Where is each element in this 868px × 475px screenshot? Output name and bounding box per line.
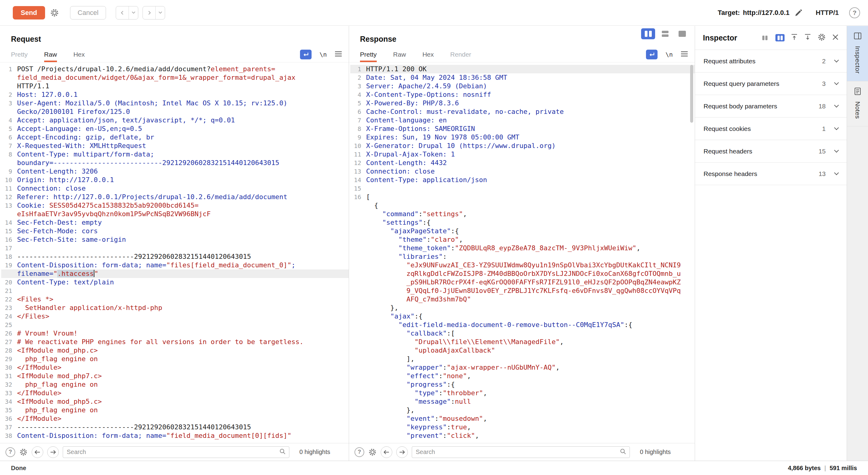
code-line[interactable]: "uploadAjaxCallback": [350, 346, 695, 355]
collapse-all-icon[interactable]: [790, 33, 798, 42]
back-icon[interactable]: [116, 6, 129, 19]
code-line[interactable]: 12Referer: http://127.0.0.1/Projects/dru…: [1, 193, 349, 201]
code-line[interactable]: "libraries":: [350, 252, 695, 261]
code-line[interactable]: 11Connection: close: [1, 184, 349, 193]
code-line[interactable]: 19Content-Disposition: form-data; name="…: [1, 261, 349, 270]
expand-all-icon[interactable]: [804, 33, 811, 42]
code-line[interactable]: 5Accept-Language: en-US,en;q=0.5: [1, 125, 349, 133]
search-help-icon[interactable]: ?: [354, 447, 364, 457]
code-line[interactable]: 8X-Frame-Options: SAMEORIGIN: [350, 125, 695, 133]
code-line[interactable]: 17: [1, 244, 349, 252]
inspector-section-request-body-parameters[interactable]: Request body parameters18: [695, 95, 847, 118]
inspector-section-request-attributes[interactable]: Request attributes2: [695, 50, 847, 72]
code-line[interactable]: 7Content-language: en: [350, 116, 695, 125]
tab-render[interactable]: Render: [450, 46, 471, 62]
tab-pretty[interactable]: Pretty: [360, 46, 377, 62]
code-line[interactable]: 35 php_flag engine on: [1, 406, 349, 414]
code-line[interactable]: "settings":{: [350, 218, 695, 227]
search-settings-gear-icon[interactable]: [19, 448, 28, 456]
forward-icon[interactable]: [143, 6, 156, 19]
code-line[interactable]: "Drupal\\file\\Element\\ManagedFile",: [350, 338, 695, 346]
code-line[interactable]: 15: [350, 184, 695, 193]
code-line[interactable]: 13Connection: close: [350, 167, 695, 176]
code-line[interactable]: "callback":[: [350, 329, 695, 338]
layout-stacked-button[interactable]: [658, 28, 672, 39]
tab-pretty[interactable]: Pretty: [11, 46, 28, 62]
code-line[interactable]: 9_VQqLf0-JjUEwn8U1ov0EY_rZPBLJ1Yc7KLFsfq…: [350, 287, 695, 295]
tab-raw[interactable]: Raw: [44, 46, 57, 62]
word-wrap-toggle-icon[interactable]: [300, 50, 312, 59]
editor-menu-icon[interactable]: [681, 51, 688, 58]
search-next-button[interactable]: [47, 446, 59, 458]
search-prev-button[interactable]: [32, 446, 43, 458]
request-search-input[interactable]: [63, 448, 279, 455]
code-line[interactable]: "message":null: [350, 398, 695, 406]
layout-columns-button[interactable]: [641, 28, 655, 39]
inspector-section-response-headers[interactable]: Response headers13: [695, 163, 847, 185]
inspector-section-request-headers[interactable]: Request headers15: [695, 140, 847, 163]
search-prev-button[interactable]: [381, 446, 392, 458]
side-tab-inspector[interactable]: Inspector: [847, 26, 868, 81]
cancel-button[interactable]: Cancel: [70, 6, 106, 20]
response-scrollbar[interactable]: [690, 65, 693, 123]
code-line[interactable]: 16[: [350, 193, 695, 201]
code-line[interactable]: "prevent":"click",: [350, 432, 695, 440]
code-line[interactable]: "command":"settings",: [350, 210, 695, 218]
forward-history-dropdown-icon[interactable]: [156, 6, 165, 19]
back-history-dropdown-icon[interactable]: [129, 6, 138, 19]
code-line[interactable]: 5X-Powered-By: PHP/8.3.6: [350, 99, 695, 107]
code-line[interactable]: "edit-field-media-document-0-remove-butt…: [350, 321, 695, 329]
code-line[interactable]: 9Expires: Sun, 19 Nov 1978 05:00:00 GMT: [350, 133, 695, 141]
inspector-section-request-query-parameters[interactable]: Request query parameters3: [695, 72, 847, 95]
code-line[interactable]: "keypress":true,: [350, 423, 695, 432]
code-line[interactable]: 6Accept-Encoding: gzip, deflate, br: [1, 133, 349, 141]
response-viewer[interactable]: 1HTTP/1.1 200 OK2Date: Sat, 04 May 2024 …: [349, 62, 695, 443]
tab-hex[interactable]: Hex: [423, 46, 434, 62]
inspector-layout-sidebar-icon[interactable]: [775, 34, 784, 41]
code-line[interactable]: 30</IfModule>: [1, 363, 349, 372]
code-line[interactable]: 14Content-Type: application/json: [350, 176, 695, 184]
response-search-input[interactable]: [412, 448, 620, 455]
code-line[interactable]: 1POST /Projects/drupal-10.2.6/media/add/…: [1, 65, 349, 73]
code-line[interactable]: boundary=---------------------------2921…: [1, 159, 349, 167]
code-line[interactable]: "ajax":{: [350, 312, 695, 321]
code-line[interactable]: 4X-Content-Type-Options: nosniff: [350, 90, 695, 99]
code-line[interactable]: 37-----------------------------292129206…: [1, 423, 349, 432]
code-line[interactable]: 24</Files>: [1, 312, 349, 321]
code-line[interactable]: 25: [1, 321, 349, 329]
code-line[interactable]: 16Sec-Fetch-Site: same-origin: [1, 235, 349, 244]
code-line[interactable]: 18-----------------------------292129206…: [1, 252, 349, 261]
code-line[interactable]: 2Date: Sat, 04 May 2024 18:36:58 GMT: [350, 73, 695, 82]
code-line[interactable]: 28<IfModule mod_php.c>: [1, 346, 349, 355]
code-line[interactable]: "type":"throbber",: [350, 389, 695, 398]
code-line[interactable]: {: [350, 201, 695, 210]
code-line[interactable]: },: [350, 304, 695, 312]
code-line[interactable]: },: [350, 406, 695, 414]
code-line[interactable]: 3User-Agent: Mozilla/5.0 (Macintosh; Int…: [1, 99, 349, 107]
edit-target-pencil-icon[interactable]: [794, 8, 803, 17]
side-tab-notes[interactable]: Notes: [847, 81, 868, 126]
show-newlines-toggle[interactable]: \n: [665, 51, 673, 58]
search-help-icon[interactable]: ?: [5, 447, 15, 457]
code-line[interactable]: "wrapper":"ajax-wrapper--nUGbUMnY-AQ",: [350, 363, 695, 372]
tab-hex[interactable]: Hex: [73, 46, 85, 62]
search-next-button[interactable]: [396, 446, 408, 458]
code-line[interactable]: zqRlkgDdlcFWZoISJP8-ZM40dBBQoOrbX7DYsLJ2…: [350, 270, 695, 278]
code-line[interactable]: 36</IfModule>: [1, 414, 349, 423]
code-line[interactable]: 4Accept: application/json, text/javascri…: [1, 116, 349, 125]
inspector-layout-columns-icon[interactable]: [760, 34, 769, 41]
code-line[interactable]: 6Cache-Control: must-revalidate, no-cach…: [350, 107, 695, 116]
code-line[interactable]: 31<IfModule mod_php7.c>: [1, 372, 349, 380]
search-settings-gear-icon[interactable]: [368, 448, 377, 456]
code-line[interactable]: "effect":"none",: [350, 372, 695, 380]
code-line[interactable]: "theme_token":"ZQDBULqR8_eypZ8eA78_8azcT…: [350, 244, 695, 252]
code-line[interactable]: 13Cookie: SESS05d4275ca1538832b5ab92000b…: [1, 201, 349, 210]
code-line[interactable]: 12Content-Length: 4432: [350, 159, 695, 167]
code-line[interactable]: 15Sec-Fetch-Mode: cors: [1, 227, 349, 235]
code-line[interactable]: 21: [1, 287, 349, 295]
code-line[interactable]: 8Content-Type: multipart/form-data;: [1, 150, 349, 159]
code-line[interactable]: AFQ_c7md3shm7bQ": [350, 295, 695, 304]
code-line[interactable]: 33</IfModule>: [1, 389, 349, 398]
code-line[interactable]: 1HTTP/1.1 200 OK: [350, 65, 695, 73]
code-line[interactable]: 26# Vroum! Vroum!: [1, 329, 349, 338]
